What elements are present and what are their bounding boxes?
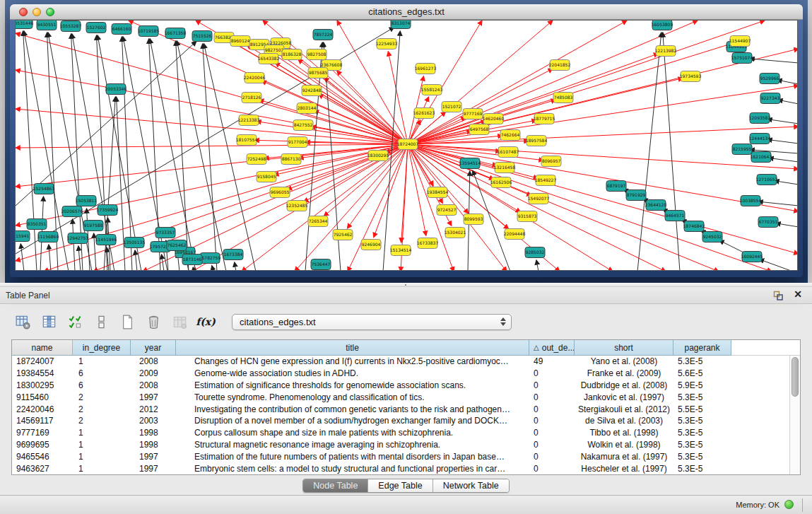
graph-node[interactable]: 9177004	[288, 137, 307, 148]
table-cell-title[interactable]: Estimation of the future numbers of pati…	[176, 451, 529, 463]
table-row[interactable]: 1938455462009Genome-wide association stu…	[12, 368, 800, 380]
table-cell-year[interactable]: 1997	[131, 451, 176, 463]
graph-node[interactable]: 8096957	[541, 156, 561, 167]
graph-node[interactable]: 9529966	[760, 74, 779, 84]
table-row[interactable]: 1872400712008Changes of HCN gene express…	[12, 356, 800, 368]
graph-node[interactable]: 18300295	[367, 151, 389, 161]
graph-edge[interactable]	[129, 21, 408, 144]
column-header-year[interactable]: year	[131, 340, 176, 356]
table-cell-title[interactable]: Structural magnetic resonance image aver…	[176, 439, 529, 451]
graph-node[interactable]: 12213982	[655, 46, 677, 57]
graph-node[interactable]: 11451946	[95, 235, 117, 245]
table-cell-in_degree[interactable]: 1	[73, 439, 131, 451]
column-header-pagerank[interactable]: pagerank	[673, 340, 731, 356]
graph-node[interactable]: 18957584	[526, 136, 548, 146]
graph-node[interactable]: 8099593	[464, 214, 483, 225]
graph-node[interactable]: 9246904	[361, 240, 381, 250]
graph-node[interactable]: 1873146	[182, 255, 202, 265]
graph-node[interactable]: 16543382	[258, 54, 280, 64]
table-cell-name[interactable]: 19384554	[12, 368, 73, 380]
graph-edge[interactable]	[758, 201, 798, 206]
table-cell-out_de[interactable]: 0	[529, 380, 575, 392]
graph-node[interactable]: 12352485	[286, 201, 308, 211]
graph-node[interactable]: 9315873	[517, 211, 537, 222]
graph-edge[interactable]	[408, 21, 627, 144]
graph-node[interactable]: 16107487	[498, 147, 519, 158]
table-cell-year[interactable]: 2003	[131, 415, 176, 427]
graph-node[interactable]: 10038554	[740, 196, 762, 206]
table-cell-pagerank[interactable]: 5.6E-5	[673, 368, 731, 380]
table-row[interactable]: 969969511998Structural magnetic resonanc…	[12, 439, 800, 451]
table-cell-in_degree[interactable]: 1	[73, 451, 131, 463]
table-cell-out_de[interactable]: 0	[529, 415, 575, 427]
graph-node[interactable]: 15751074	[731, 53, 753, 64]
table-cell-year[interactable]: 1997	[131, 392, 176, 404]
table-cell-out_de[interactable]: 0	[529, 427, 575, 439]
table-cell-out_de[interactable]: 0	[529, 463, 575, 475]
graph-node[interactable]: 7252498	[247, 154, 266, 165]
row-height-button[interactable]	[90, 311, 112, 332]
table-row[interactable]: 1830029562008Estimation of significance …	[12, 380, 800, 392]
graph-node[interactable]: 16053809	[652, 21, 673, 30]
graph-node[interactable]: 19734593	[680, 71, 702, 82]
graph-node[interactable]: 2718126	[242, 93, 261, 103]
graph-node[interactable]: 12093582	[749, 113, 771, 124]
table-cell-year[interactable]: 1998	[131, 427, 176, 439]
graph-edge[interactable]	[176, 41, 189, 271]
graph-edge[interactable]	[777, 80, 798, 84]
table-source-dropdown[interactable]: citations_edges.txt	[232, 314, 512, 330]
graph-node[interactable]: 6497568	[469, 124, 489, 135]
graph-node[interactable]: 9197588	[83, 221, 103, 231]
table-cell-pagerank[interactable]: 5.5E-5	[673, 404, 731, 416]
table-cell-title[interactable]: Changes of HCN gene expression and I(f) …	[176, 356, 529, 368]
graph-node[interactable]: 12213383	[238, 115, 260, 126]
table-row[interactable]: 946554611997Estimation of the future num…	[12, 451, 800, 463]
table-cell-short[interactable]: de Silva et al. (2003)	[575, 415, 673, 427]
graph-node[interactable]: 17359924	[97, 205, 119, 216]
graph-node[interactable]: 15134514	[390, 245, 412, 256]
graph-edge[interactable]	[408, 97, 429, 144]
graph-node[interactable]: 22094448	[504, 229, 526, 240]
graph-node[interactable]: 1521072	[442, 102, 461, 112]
graph-node[interactable]: 16671358	[165, 28, 187, 39]
table-cell-in_degree[interactable]: 6	[73, 380, 131, 392]
table-row[interactable]: 977716911998Corpus callosum shape and si…	[12, 427, 800, 439]
tab-edge-table[interactable]: Edge Table	[368, 479, 433, 492]
graph-node[interactable]: 12444134	[749, 134, 771, 144]
graph-node[interactable]: 19384554	[427, 187, 449, 198]
graph-node[interactable]: 16733837	[417, 238, 439, 249]
table-cell-name[interactable]: 18300295	[12, 380, 73, 392]
graph-node[interactable]: 15581243	[421, 85, 443, 95]
graph-node[interactable]: 7925462	[333, 230, 353, 240]
column-header-short[interactable]: short	[575, 340, 673, 356]
graph-node[interactable]: 9227343	[760, 93, 780, 104]
graph-node[interactable]: 7265344	[308, 216, 328, 227]
graph-node[interactable]: 7515526	[192, 31, 212, 42]
graph-node[interactable]: 8215955	[732, 144, 752, 155]
graph-node[interactable]: 7536447	[311, 259, 331, 270]
table-cell-out_de[interactable]: 0	[529, 368, 575, 380]
graph-node[interactable]: 15053811	[76, 196, 98, 206]
column-header-in_degree[interactable]: in_degree	[73, 340, 131, 356]
graph-edge[interactable]	[408, 144, 507, 271]
graph-edge[interactable]	[408, 21, 698, 144]
table-cell-year[interactable]: 1997	[131, 463, 176, 475]
table-cell-short[interactable]: Jankovic et al. (1997)	[575, 392, 673, 404]
table-cell-in_degree[interactable]: 6	[73, 368, 131, 380]
delete-columns-button[interactable]	[142, 311, 165, 332]
graph-edge[interactable]	[193, 267, 194, 271]
graph-node[interactable]: 9696055	[270, 187, 290, 198]
column-header-title[interactable]: title	[176, 340, 529, 356]
graph-edge[interactable]	[235, 262, 236, 271]
column-header-name[interactable]: name	[12, 340, 73, 356]
table-cell-out_de[interactable]: 0	[529, 392, 575, 404]
graph-node[interactable]: 8867130	[281, 154, 301, 165]
table-cell-short[interactable]: Hescheler et al. (1997)	[575, 463, 673, 475]
table-cell-name[interactable]: 22420046	[12, 404, 73, 416]
table-cell-out_de[interactable]: 0	[529, 404, 575, 416]
graph-node[interactable]: 16210643	[751, 152, 772, 163]
table-row[interactable]: 2242004622012Investigating the contribut…	[12, 404, 800, 416]
graph-node[interactable]: 9777169	[463, 109, 483, 119]
table-cell-name[interactable]: 14569117	[12, 415, 73, 427]
table-cell-pagerank[interactable]: 5.3E-5	[673, 415, 731, 427]
